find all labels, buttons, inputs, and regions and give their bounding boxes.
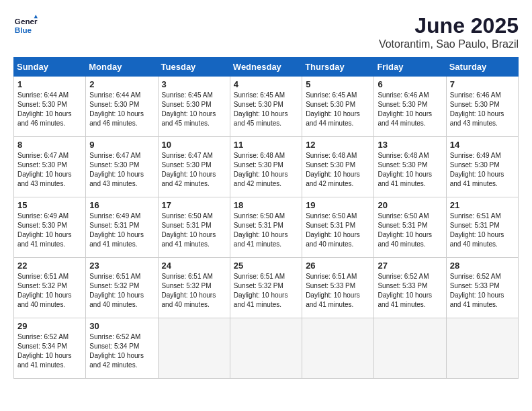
day-info: Sunrise: 6:47 AM Sunset: 5:30 PM Dayligh… — [89, 151, 154, 189]
calendar-table: SundayMondayTuesdayWednesdayThursdayFrid… — [13, 57, 519, 379]
day-info: Sunrise: 6:52 AM Sunset: 5:34 PM Dayligh… — [17, 332, 82, 370]
day-cell-8: 8Sunrise: 6:47 AM Sunset: 5:30 PM Daylig… — [14, 137, 86, 197]
empty-cell — [158, 318, 230, 379]
col-header-friday: Friday — [374, 58, 446, 77]
logo-icon: General Blue — [13, 13, 38, 38]
day-number: 18 — [234, 200, 298, 210]
day-number: 7 — [450, 79, 515, 89]
day-info: Sunrise: 6:52 AM Sunset: 5:33 PM Dayligh… — [378, 272, 442, 310]
day-number: 6 — [378, 79, 442, 89]
day-info: Sunrise: 6:45 AM Sunset: 5:30 PM Dayligh… — [162, 91, 226, 128]
empty-cell — [302, 318, 374, 379]
day-cell-15: 15Sunrise: 6:49 AM Sunset: 5:30 PM Dayli… — [14, 197, 86, 258]
day-cell-19: 19Sunrise: 6:50 AM Sunset: 5:31 PM Dayli… — [302, 197, 374, 258]
col-header-monday: Monday — [86, 58, 158, 77]
day-number: 8 — [17, 140, 82, 150]
day-info: Sunrise: 6:50 AM Sunset: 5:31 PM Dayligh… — [234, 212, 298, 249]
day-info: Sunrise: 6:48 AM Sunset: 5:30 PM Dayligh… — [378, 151, 442, 189]
day-number: 15 — [17, 200, 82, 210]
day-info: Sunrise: 6:46 AM Sunset: 5:30 PM Dayligh… — [378, 91, 442, 128]
calendar-subtitle: Votorantim, Sao Paulo, Brazil — [379, 38, 519, 50]
day-number: 19 — [306, 200, 370, 210]
day-number: 2 — [89, 79, 154, 89]
week-row-4: 22Sunrise: 6:51 AM Sunset: 5:32 PM Dayli… — [14, 258, 519, 318]
col-header-wednesday: Wednesday — [230, 58, 302, 77]
day-cell-23: 23Sunrise: 6:51 AM Sunset: 5:32 PM Dayli… — [86, 258, 158, 318]
day-cell-14: 14Sunrise: 6:49 AM Sunset: 5:30 PM Dayli… — [446, 137, 518, 197]
day-cell-25: 25Sunrise: 6:51 AM Sunset: 5:32 PM Dayli… — [230, 258, 302, 318]
day-cell-28: 28Sunrise: 6:52 AM Sunset: 5:33 PM Dayli… — [446, 258, 518, 318]
day-number: 21 — [450, 200, 515, 210]
day-number: 26 — [306, 261, 370, 271]
day-info: Sunrise: 6:45 AM Sunset: 5:30 PM Dayligh… — [234, 91, 298, 128]
day-number: 12 — [306, 140, 370, 150]
col-header-tuesday: Tuesday — [158, 58, 230, 77]
day-cell-13: 13Sunrise: 6:48 AM Sunset: 5:30 PM Dayli… — [374, 137, 446, 197]
day-number: 29 — [17, 321, 82, 331]
day-info: Sunrise: 6:50 AM Sunset: 5:31 PM Dayligh… — [306, 212, 370, 249]
day-number: 4 — [234, 79, 298, 89]
day-info: Sunrise: 6:46 AM Sunset: 5:30 PM Dayligh… — [450, 91, 515, 128]
empty-cell — [374, 318, 446, 379]
day-number: 28 — [450, 261, 515, 271]
day-number: 20 — [378, 200, 442, 210]
day-cell-9: 9Sunrise: 6:47 AM Sunset: 5:30 PM Daylig… — [86, 137, 158, 197]
day-cell-7: 7Sunrise: 6:46 AM Sunset: 5:30 PM Daylig… — [446, 77, 518, 137]
day-cell-5: 5Sunrise: 6:45 AM Sunset: 5:30 PM Daylig… — [302, 77, 374, 137]
day-info: Sunrise: 6:51 AM Sunset: 5:32 PM Dayligh… — [162, 272, 226, 310]
day-info: Sunrise: 6:49 AM Sunset: 5:30 PM Dayligh… — [17, 212, 82, 249]
day-cell-18: 18Sunrise: 6:50 AM Sunset: 5:31 PM Dayli… — [230, 197, 302, 258]
day-cell-2: 2Sunrise: 6:44 AM Sunset: 5:30 PM Daylig… — [86, 77, 158, 137]
day-number: 5 — [306, 79, 370, 89]
day-number: 22 — [17, 261, 82, 271]
day-cell-20: 20Sunrise: 6:50 AM Sunset: 5:31 PM Dayli… — [374, 197, 446, 258]
day-number: 1 — [17, 79, 82, 89]
day-info: Sunrise: 6:51 AM Sunset: 5:33 PM Dayligh… — [306, 272, 370, 310]
day-number: 30 — [89, 321, 154, 331]
day-info: Sunrise: 6:47 AM Sunset: 5:30 PM Dayligh… — [162, 151, 226, 189]
day-info: Sunrise: 6:48 AM Sunset: 5:30 PM Dayligh… — [234, 151, 298, 189]
day-info: Sunrise: 6:51 AM Sunset: 5:32 PM Dayligh… — [89, 272, 154, 310]
day-info: Sunrise: 6:45 AM Sunset: 5:30 PM Dayligh… — [306, 91, 370, 128]
day-cell-22: 22Sunrise: 6:51 AM Sunset: 5:32 PM Dayli… — [14, 258, 86, 318]
title-block: June 2025 Votorantim, Sao Paulo, Brazil — [379, 13, 519, 50]
week-row-2: 8Sunrise: 6:47 AM Sunset: 5:30 PM Daylig… — [14, 137, 519, 197]
day-info: Sunrise: 6:44 AM Sunset: 5:30 PM Dayligh… — [17, 91, 82, 128]
day-cell-24: 24Sunrise: 6:51 AM Sunset: 5:32 PM Dayli… — [158, 258, 230, 318]
day-cell-27: 27Sunrise: 6:52 AM Sunset: 5:33 PM Dayli… — [374, 258, 446, 318]
empty-cell — [230, 318, 302, 379]
day-number: 3 — [162, 79, 226, 89]
day-info: Sunrise: 6:50 AM Sunset: 5:31 PM Dayligh… — [378, 212, 442, 249]
day-info: Sunrise: 6:52 AM Sunset: 5:34 PM Dayligh… — [89, 332, 154, 370]
day-info: Sunrise: 6:52 AM Sunset: 5:33 PM Dayligh… — [450, 272, 515, 310]
header-row: SundayMondayTuesdayWednesdayThursdayFrid… — [14, 58, 519, 77]
day-number: 23 — [89, 261, 154, 271]
day-number: 9 — [89, 140, 154, 150]
calendar-title: June 2025 — [379, 13, 519, 38]
day-cell-4: 4Sunrise: 6:45 AM Sunset: 5:30 PM Daylig… — [230, 77, 302, 137]
day-number: 13 — [378, 140, 442, 150]
col-header-thursday: Thursday — [302, 58, 374, 77]
day-info: Sunrise: 6:51 AM Sunset: 5:32 PM Dayligh… — [234, 272, 298, 310]
day-info: Sunrise: 6:51 AM Sunset: 5:31 PM Dayligh… — [450, 212, 515, 249]
day-number: 11 — [234, 140, 298, 150]
day-cell-12: 12Sunrise: 6:48 AM Sunset: 5:30 PM Dayli… — [302, 137, 374, 197]
day-info: Sunrise: 6:49 AM Sunset: 5:31 PM Dayligh… — [89, 212, 154, 249]
day-cell-11: 11Sunrise: 6:48 AM Sunset: 5:30 PM Dayli… — [230, 137, 302, 197]
day-cell-17: 17Sunrise: 6:50 AM Sunset: 5:31 PM Dayli… — [158, 197, 230, 258]
day-number: 25 — [234, 261, 298, 271]
day-cell-6: 6Sunrise: 6:46 AM Sunset: 5:30 PM Daylig… — [374, 77, 446, 137]
week-row-3: 15Sunrise: 6:49 AM Sunset: 5:30 PM Dayli… — [14, 197, 519, 258]
day-info: Sunrise: 6:49 AM Sunset: 5:30 PM Dayligh… — [450, 151, 515, 189]
day-cell-29: 29Sunrise: 6:52 AM Sunset: 5:34 PM Dayli… — [14, 318, 86, 379]
day-number: 14 — [450, 140, 515, 150]
day-number: 10 — [162, 140, 226, 150]
day-info: Sunrise: 6:48 AM Sunset: 5:30 PM Dayligh… — [306, 151, 370, 189]
svg-text:Blue: Blue — [15, 26, 32, 34]
col-header-sunday: Sunday — [14, 58, 86, 77]
day-number: 27 — [378, 261, 442, 271]
day-number: 24 — [162, 261, 226, 271]
empty-cell — [446, 318, 518, 379]
page-header: General Blue June 2025 Votorantim, Sao P… — [13, 13, 519, 50]
day-info: Sunrise: 6:47 AM Sunset: 5:30 PM Dayligh… — [17, 151, 82, 189]
